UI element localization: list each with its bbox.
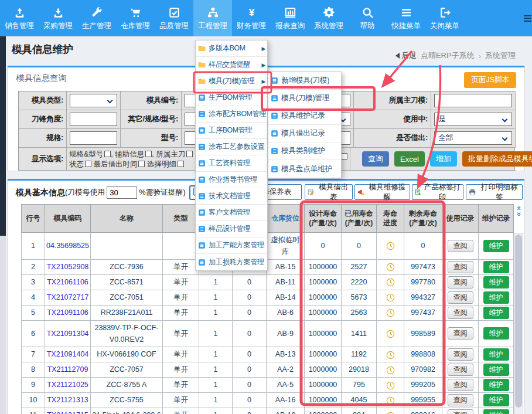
nav-item-6[interactable]: 工程管理 (193, 0, 232, 36)
threshold-input[interactable] (107, 186, 137, 199)
checkbox-master-blade[interactable] (186, 151, 193, 157)
checkbox-status[interactable] (85, 161, 91, 167)
view-record-button[interactable]: 查阅 (448, 261, 473, 273)
toolbar-button-5[interactable]: 打印明细标签 (466, 184, 523, 200)
menu-item-label: 客户文档管理 (209, 208, 250, 218)
menu-item-加工损耗方案管理[interactable]: 加工损耗方案管理 (196, 254, 267, 270)
view-record-button[interactable]: 查阅 (448, 291, 473, 304)
view-record-button[interactable]: 查阅 (448, 348, 473, 361)
cell-mold-code[interactable]: TX21091404 (45, 347, 91, 362)
view-record-button[interactable]: 查阅 (448, 364, 473, 376)
menu-item-涂布工艺参数设置[interactable]: 涂布工艺参数设置 (196, 139, 267, 155)
maintain-button[interactable]: 维护 (483, 261, 509, 273)
blade-angle-input[interactable] (70, 113, 117, 126)
maintain-cell: 维护 (479, 378, 514, 393)
breadcrumb-system[interactable]: 点晴ERP子系统 (421, 50, 475, 61)
view-record-button[interactable]: 查阅 (448, 394, 473, 406)
cell-mold-code[interactable]: TX21052908 (45, 259, 91, 274)
view-record-button[interactable]: 查阅 (448, 240, 473, 252)
cell-mold-code[interactable]: TX21072717 (45, 290, 91, 305)
table-scrollbar[interactable] (514, 233, 523, 414)
toolbar-button-2[interactable]: 模具借出表 (305, 184, 353, 200)
cell-col5: 1 (199, 305, 233, 320)
mold-type-select[interactable] (70, 94, 117, 107)
view-record-button[interactable]: 查阅 (448, 327, 473, 340)
view-record-button[interactable]: 查阅 (448, 307, 473, 319)
cell-mold-code[interactable]: TX21091304 (45, 320, 91, 347)
back-button[interactable]: 后退 (395, 50, 417, 61)
maintain-button[interactable]: 维护 (483, 409, 509, 414)
nav-item-3[interactable]: 生产管理 (77, 0, 116, 36)
menu-item-样品交货提醒[interactable]: 样品交货提醒▶ (196, 57, 267, 73)
nav-item-11[interactable]: 快捷菜单 (387, 0, 425, 36)
maintain-button[interactable]: 维护 (483, 327, 509, 340)
view-record-button[interactable]: 查阅 (448, 409, 473, 414)
cell-mold-code[interactable]: TX21121025 (45, 378, 91, 393)
menu-item-多版本BOM[interactable]: 多版本BOM▶ (196, 40, 267, 57)
nav-overflow-menu-icon[interactable]: ≡ (523, 9, 532, 28)
menu-item-模具类别维护[interactable]: 模具类别维护 (268, 142, 341, 160)
cell-mold-code[interactable]: TX21112709 (45, 362, 91, 378)
menu-item-样品设计管理[interactable]: 样品设计管理 (196, 221, 267, 237)
search-button[interactable]: 查询 (362, 151, 389, 167)
master-mold-input[interactable] (434, 94, 512, 107)
menu-item-客户文档管理[interactable]: 客户文档管理 (196, 205, 267, 221)
borrowed-select[interactable]: 全部 (434, 131, 512, 145)
menu-item-作业指导书管理[interactable]: 作业指导书管理 (196, 172, 267, 188)
checkbox-fragment[interactable] (341, 153, 347, 160)
cell-mold-code[interactable]: TX21091106 (45, 305, 91, 320)
toolbar-button-3[interactable]: 模具维修提醒 (354, 184, 410, 200)
scrollbar-thumb[interactable] (515, 235, 522, 408)
menu-item-模具盘点单维护[interactable]: 模具盘点单维护 (268, 160, 341, 178)
maintain-button[interactable]: 维护 (483, 240, 509, 252)
chevron-down-icon (502, 117, 508, 123)
maintain-button[interactable]: 维护 (483, 291, 509, 304)
nav-item-10[interactable]: 帮助 (348, 0, 387, 36)
maintain-button[interactable]: 维护 (483, 307, 509, 319)
spec-input[interactable] (70, 131, 117, 145)
menu-item-涂布配方BOM管理[interactable]: 涂布配方BOM管理 (196, 106, 267, 123)
maintain-button[interactable]: 维护 (483, 348, 509, 361)
nav-item-1[interactable]: 销售管理 (0, 0, 39, 36)
menu-item-加工产能方案管理[interactable]: 加工产能方案管理 (196, 237, 267, 254)
nav-item-12[interactable]: 关闭菜单 (425, 0, 464, 36)
menu-item-工艺资料管理[interactable]: 工艺资料管理 (196, 155, 267, 172)
nav-item-7[interactable]: ¥财务管理 (232, 0, 271, 36)
cell-mold-code[interactable]: TX21061106 (45, 274, 91, 290)
maintain-button[interactable]: 维护 (483, 276, 509, 289)
add-button[interactable]: 增加 (430, 151, 457, 167)
in-use-select[interactable]: 是 (434, 113, 512, 126)
view-record-button[interactable]: 查阅 (448, 379, 473, 391)
breadcrumb-section[interactable]: 系统管理 (485, 50, 516, 61)
menu-item-模具维护记录[interactable]: 模具维护记录 (268, 107, 341, 125)
maintain-button[interactable]: 维护 (483, 394, 509, 406)
menu-item-新增模具(刀模)[interactable]: 新增模具(刀模) (268, 72, 341, 90)
batch-delete-button[interactable]: 批量删除成品模具绑定 (462, 151, 532, 167)
nav-item-5[interactable]: 品质管理 (155, 0, 193, 36)
maintain-button[interactable]: 维护 (483, 364, 509, 376)
menu-item-技术文档管理[interactable]: 技术文档管理 (196, 188, 267, 205)
menu-item-生产BOM管理[interactable]: 生产BOM管理 (196, 90, 267, 106)
checkbox-last-borrow[interactable] (138, 161, 145, 167)
cell-mold-code[interactable]: TX21121715 (45, 408, 91, 414)
checkbox-select-detail[interactable] (178, 161, 184, 167)
menu-item-模具借出记录[interactable]: 模具借出记录 (268, 125, 341, 142)
view-record-button[interactable]: 查阅 (448, 276, 473, 289)
maintain-button[interactable]: 维护 (483, 379, 509, 391)
page-js-button[interactable]: 页面JS脚本 (464, 72, 516, 88)
menu-item-工序BOM管理[interactable]: 工序BOM管理 (196, 123, 267, 139)
checkbox-aux-info[interactable] (145, 151, 152, 157)
menu-item-模具(刀模)管理[interactable]: 模具(刀模)管理▶ (196, 73, 267, 90)
checkbox-spec-model[interactable] (104, 151, 111, 157)
sidebar-sliver (0, 36, 6, 236)
nav-item-9[interactable]: 系统管理 (309, 0, 348, 36)
nav-item-2[interactable]: 采购管理 (39, 0, 77, 36)
cell-mold-code[interactable]: 04.35698525 (45, 233, 91, 260)
toolbar-button-4[interactable]: 产品标签打印 (412, 184, 463, 200)
column-collapse-toggle[interactable]: «» (514, 205, 524, 232)
cell-mold-code[interactable]: TX21121313 (45, 393, 91, 408)
menu-item-模具(刀模)管理[interactable]: 模具(刀模)管理 (268, 90, 341, 107)
nav-item-8[interactable]: 报表查询 (271, 0, 309, 36)
excel-button[interactable]: Excel (394, 151, 425, 167)
nav-item-4[interactable]: 仓库管理 (116, 0, 155, 36)
